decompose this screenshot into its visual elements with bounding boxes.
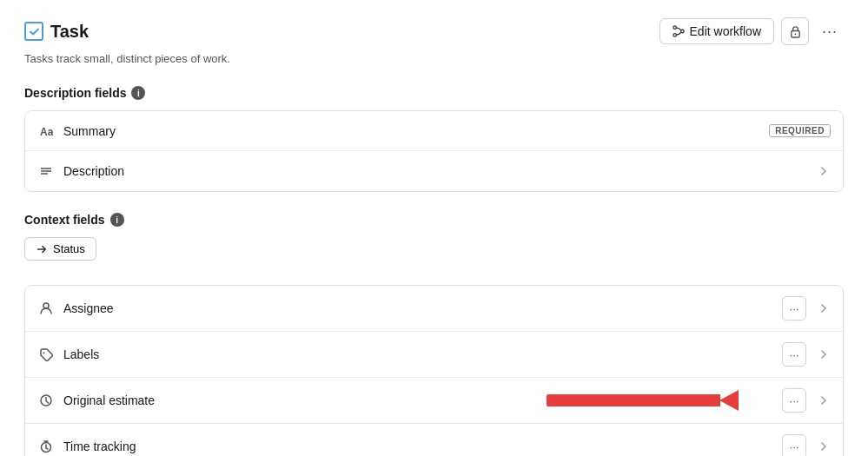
description-fields-heading: Description fields i: [24, 86, 844, 100]
chevron-right-icon: [817, 164, 831, 178]
timer-icon: [37, 438, 55, 455]
assignee-label: Assignee: [63, 301, 782, 315]
tag-icon: [37, 346, 55, 363]
chevron-right-icon: [817, 347, 831, 361]
labels-ellipsis-button[interactable]: ···: [782, 342, 806, 367]
context-fields-info-icon[interactable]: i: [110, 213, 124, 227]
text-icon: Aa: [37, 122, 55, 140]
assignee-actions: ···: [782, 296, 831, 321]
header-left: Task: [24, 22, 89, 42]
context-fields-section: Context fields i Status: [24, 213, 844, 456]
svg-point-1: [680, 30, 684, 33]
context-fields-heading: Context fields i: [24, 213, 844, 227]
more-options-button[interactable]: ···: [816, 17, 844, 45]
svg-point-10: [43, 353, 45, 354]
original-estimate-ellipsis-button[interactable]: ···: [782, 388, 806, 413]
svg-point-2: [673, 34, 676, 37]
required-badge: REQUIRED: [769, 124, 831, 137]
time-tracking-ellipsis-button[interactable]: ···: [782, 434, 806, 456]
edit-workflow-label: Edit workflow: [690, 24, 761, 38]
description-field-label: Description: [63, 164, 810, 178]
task-icon: [24, 22, 43, 41]
svg-point-4: [794, 33, 796, 35]
table-row[interactable]: Description: [25, 151, 843, 191]
table-row[interactable]: Labels ···: [25, 332, 843, 378]
table-row: Aa Summary REQUIRED: [25, 111, 843, 151]
more-options-label: ···: [822, 23, 838, 41]
page-subtitle: Tasks track small, distinct pieces of wo…: [24, 52, 844, 65]
clock-icon: [37, 392, 55, 409]
arrow-right-icon: [36, 243, 48, 255]
status-button-label: Status: [53, 242, 85, 255]
original-estimate-actions: ···: [782, 388, 831, 413]
table-row[interactable]: Assignee ···: [25, 286, 843, 332]
table-row[interactable]: Time tracking ···: [25, 424, 843, 456]
time-tracking-label: Time tracking: [63, 439, 782, 453]
time-tracking-actions: ···: [782, 434, 831, 456]
workflow-icon: [673, 25, 685, 37]
description-fields-info-icon[interactable]: i: [131, 86, 145, 100]
original-estimate-label: Original estimate: [63, 393, 782, 407]
lines-icon: [37, 162, 55, 180]
person-icon: [37, 300, 55, 317]
assignee-ellipsis-button[interactable]: ···: [782, 296, 806, 321]
table-row[interactable]: Original estimate ···: [25, 378, 843, 424]
edit-workflow-button[interactable]: Edit workflow: [659, 18, 774, 44]
page-title: Task: [50, 22, 89, 42]
lock-icon: [789, 25, 802, 38]
labels-actions: ···: [782, 342, 831, 367]
chevron-right-icon: [817, 301, 831, 315]
svg-point-0: [673, 26, 676, 30]
description-fields-table: Aa Summary REQUIRED Description: [24, 110, 844, 192]
status-button[interactable]: Status: [24, 237, 96, 261]
header-right: Edit workflow ···: [659, 17, 844, 45]
context-fields-table: Assignee ··· Labels ···: [24, 285, 844, 456]
lock-button[interactable]: [781, 17, 809, 45]
svg-text:Aa: Aa: [40, 126, 53, 138]
chevron-right-icon: [817, 393, 831, 407]
labels-label: Labels: [63, 347, 782, 361]
summary-field-label: Summary: [63, 124, 769, 138]
chevron-right-icon: [817, 439, 831, 453]
page-header: Task Edit workflow: [24, 17, 844, 45]
svg-point-9: [43, 303, 49, 308]
